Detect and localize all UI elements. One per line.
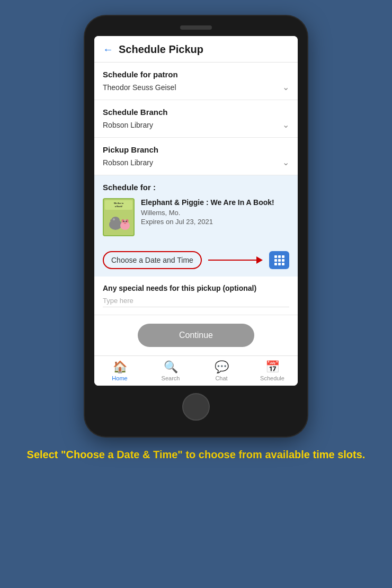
schedule-branch-row[interactable]: Robson Library ⌄: [103, 120, 289, 130]
cal-dot: [278, 255, 281, 258]
nav-home[interactable]: 🏠 Home: [94, 356, 145, 386]
nav-chat-label: Chat: [215, 375, 227, 381]
schedule-for-section: Schedule for : We Are in a Book!: [94, 175, 298, 244]
book-title: Elephant & Piggie : We Are In A Book!: [141, 198, 289, 207]
patron-label: Schedule for patron: [103, 70, 289, 79]
cal-dot: [282, 259, 284, 262]
special-needs-input[interactable]: Type here: [103, 297, 289, 307]
svg-text:We Are in: We Are in: [114, 202, 124, 204]
patron-chevron-icon: ⌄: [282, 82, 289, 92]
arrow-line: [208, 260, 256, 261]
svg-point-16: [123, 221, 124, 222]
continue-section: Continue: [94, 315, 298, 355]
home-icon: 🏠: [113, 360, 127, 374]
book-row: We Are in a Book!: [103, 198, 289, 236]
pickup-branch-label: Pickup Branch: [103, 145, 289, 154]
bottom-nav: 🏠 Home 🔍 Search 💬 Chat 📅 Schedule: [94, 355, 298, 386]
device-home-button[interactable]: [182, 393, 210, 421]
book-author: Willems, Mo.: [141, 209, 289, 217]
schedule-branch-chevron-icon: ⌄: [282, 120, 289, 130]
nav-schedule-label: Schedule: [260, 375, 284, 381]
special-needs-section: Any special needs for this pickup (optio…: [94, 277, 298, 315]
arrow-head: [256, 256, 263, 264]
schedule-branch-section: Schedule Branch Robson Library ⌄: [94, 100, 298, 138]
schedule-icon: 📅: [265, 360, 280, 374]
schedule-branch-label: Schedule Branch: [103, 108, 289, 117]
book-cover: We Are in a Book!: [103, 198, 135, 236]
chat-icon: 💬: [215, 360, 229, 374]
caption-area: Select "Choose a Date & Time" to choose …: [6, 447, 387, 462]
schedule-for-label: Schedule for :: [103, 183, 289, 192]
screen-header: ← Schedule Pickup: [94, 36, 298, 63]
svg-point-18: [124, 222, 127, 224]
cal-dot: [274, 263, 277, 265]
special-needs-label: Any special needs for this pickup (optio…: [103, 284, 289, 292]
svg-point-17: [126, 221, 127, 222]
cal-dot: [278, 263, 281, 265]
choose-date-button[interactable]: Choose a Date and Time: [111, 256, 193, 264]
nav-chat[interactable]: 💬 Chat: [196, 356, 247, 386]
screen: ← Schedule Pickup Schedule for patron Th…: [94, 36, 298, 386]
book-info: Elephant & Piggie : We Are In A Book! Wi…: [141, 198, 289, 226]
nav-schedule[interactable]: 📅 Schedule: [247, 356, 298, 386]
nav-search[interactable]: 🔍 Search: [145, 356, 196, 386]
cal-dot: [274, 259, 277, 262]
back-button[interactable]: ←: [103, 43, 113, 56]
schedule-for-patron-section: Schedule for patron Theodor Seuss Geisel…: [94, 63, 298, 100]
continue-button[interactable]: Continue: [138, 324, 254, 347]
screen-title: Schedule Pickup: [119, 43, 203, 56]
search-icon: 🔍: [164, 360, 178, 374]
pickup-branch-chevron-icon: ⌄: [282, 157, 289, 167]
cal-dot: [278, 259, 281, 262]
choose-date-row: Choose a Date and Time: [94, 244, 298, 277]
patron-value: Theodor Seuss Geisel: [103, 83, 176, 92]
calendar-icon[interactable]: [269, 251, 289, 269]
patron-row[interactable]: Theodor Seuss Geisel ⌄: [103, 82, 289, 92]
svg-text:a Book!: a Book!: [115, 205, 123, 208]
choose-date-oval: Choose a Date and Time: [103, 251, 202, 269]
schedule-branch-value: Robson Library: [103, 121, 153, 129]
book-expires: Expires on Jul 23, 2021: [141, 218, 289, 226]
nav-search-label: Search: [162, 375, 180, 381]
nav-home-label: Home: [112, 375, 127, 381]
calendar-grid-icon: [274, 255, 284, 265]
arrow-right: [208, 255, 263, 265]
caption-text: Select "Choose a Date & Time" to choose …: [27, 447, 366, 462]
pickup-branch-section: Pickup Branch Robson Library ⌄: [94, 138, 298, 175]
device-frame: ← Schedule Pickup Schedule for patron Th…: [85, 16, 307, 436]
cal-dot: [282, 255, 284, 258]
choose-date-wrapper: Choose a Date and Time: [103, 251, 202, 269]
svg-point-10: [113, 219, 114, 220]
pickup-branch-value: Robson Library: [103, 158, 153, 167]
cal-dot: [282, 263, 284, 265]
cal-dot: [274, 255, 277, 258]
pickup-branch-row[interactable]: Robson Library ⌄: [103, 157, 289, 167]
device-speaker: [180, 25, 212, 30]
